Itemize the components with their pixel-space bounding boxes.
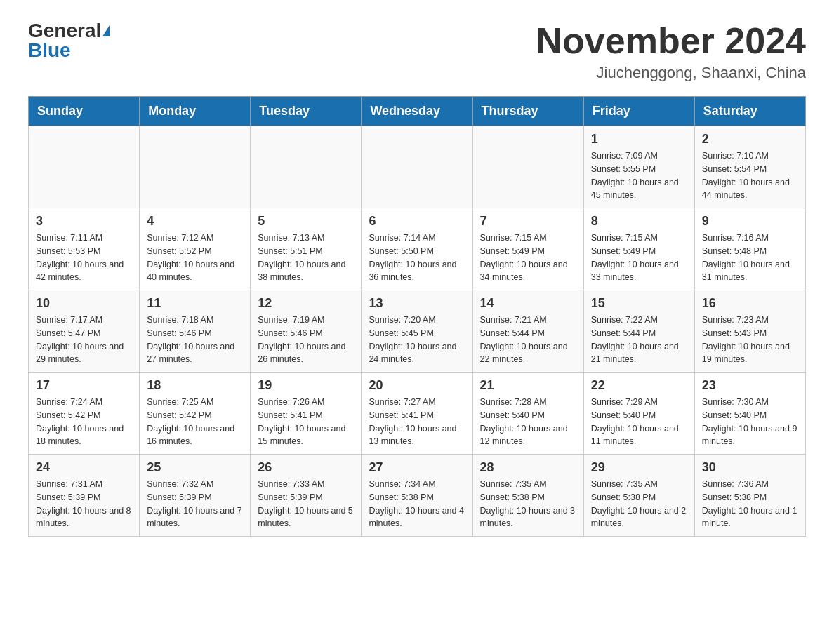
calendar-cell: 26Sunrise: 7:33 AMSunset: 5:39 PMDayligh… (251, 455, 362, 537)
day-number: 8 (591, 214, 687, 229)
logo: General Blue (28, 21, 110, 60)
month-year-title: November 2024 (536, 21, 806, 61)
column-header-saturday: Saturday (694, 97, 805, 126)
day-number: 14 (480, 296, 576, 311)
day-info: Sunrise: 7:14 AMSunset: 5:50 PMDaylight:… (369, 232, 465, 284)
day-number: 30 (702, 460, 798, 475)
calendar-cell: 22Sunrise: 7:29 AMSunset: 5:40 PMDayligh… (583, 373, 694, 455)
day-number: 24 (36, 460, 132, 475)
calendar-cell: 30Sunrise: 7:36 AMSunset: 5:38 PMDayligh… (694, 455, 805, 537)
day-number: 28 (480, 460, 576, 475)
calendar-cell: 20Sunrise: 7:27 AMSunset: 5:41 PMDayligh… (362, 373, 472, 455)
calendar-cell: 14Sunrise: 7:21 AMSunset: 5:44 PMDayligh… (472, 290, 583, 373)
calendar-cell: 6Sunrise: 7:14 AMSunset: 5:50 PMDaylight… (362, 208, 472, 290)
day-number: 29 (591, 460, 687, 475)
calendar-cell: 19Sunrise: 7:26 AMSunset: 5:41 PMDayligh… (251, 373, 362, 455)
day-number: 2 (702, 132, 798, 147)
day-number: 1 (591, 132, 687, 147)
title-area: November 2024 Jiuchenggong, Shaanxi, Chi… (536, 21, 806, 82)
column-header-monday: Monday (140, 97, 251, 126)
day-number: 11 (147, 296, 243, 311)
day-info: Sunrise: 7:32 AMSunset: 5:39 PMDaylight:… (147, 478, 243, 530)
day-number: 26 (258, 460, 354, 475)
calendar-cell (140, 126, 251, 208)
calendar-cell: 18Sunrise: 7:25 AMSunset: 5:42 PMDayligh… (140, 373, 251, 455)
day-info: Sunrise: 7:15 AMSunset: 5:49 PMDaylight:… (591, 232, 687, 284)
day-number: 12 (258, 296, 354, 311)
day-info: Sunrise: 7:13 AMSunset: 5:51 PMDaylight:… (258, 232, 354, 284)
day-info: Sunrise: 7:17 AMSunset: 5:47 PMDaylight:… (36, 314, 132, 366)
day-info: Sunrise: 7:31 AMSunset: 5:39 PMDaylight:… (36, 478, 132, 530)
day-number: 5 (258, 214, 354, 229)
day-number: 21 (480, 378, 576, 393)
column-header-thursday: Thursday (472, 97, 583, 126)
calendar-header-row: SundayMondayTuesdayWednesdayThursdayFrid… (29, 97, 806, 126)
day-number: 20 (369, 378, 465, 393)
calendar-week-row: 1Sunrise: 7:09 AMSunset: 5:55 PMDaylight… (29, 126, 806, 208)
calendar-cell: 10Sunrise: 7:17 AMSunset: 5:47 PMDayligh… (29, 290, 140, 373)
calendar-cell: 8Sunrise: 7:15 AMSunset: 5:49 PMDaylight… (583, 208, 694, 290)
calendar-cell: 2Sunrise: 7:10 AMSunset: 5:54 PMDaylight… (694, 126, 805, 208)
day-number: 15 (591, 296, 687, 311)
day-info: Sunrise: 7:26 AMSunset: 5:41 PMDaylight:… (258, 396, 354, 448)
calendar-cell: 21Sunrise: 7:28 AMSunset: 5:40 PMDayligh… (472, 373, 583, 455)
day-number: 9 (702, 214, 798, 229)
day-info: Sunrise: 7:18 AMSunset: 5:46 PMDaylight:… (147, 314, 243, 366)
calendar-week-row: 24Sunrise: 7:31 AMSunset: 5:39 PMDayligh… (29, 455, 806, 537)
calendar-week-row: 10Sunrise: 7:17 AMSunset: 5:47 PMDayligh… (29, 290, 806, 373)
calendar-cell: 11Sunrise: 7:18 AMSunset: 5:46 PMDayligh… (140, 290, 251, 373)
calendar-table: SundayMondayTuesdayWednesdayThursdayFrid… (28, 96, 806, 537)
calendar-cell: 9Sunrise: 7:16 AMSunset: 5:48 PMDaylight… (694, 208, 805, 290)
day-number: 25 (147, 460, 243, 475)
column-header-wednesday: Wednesday (362, 97, 472, 126)
day-info: Sunrise: 7:22 AMSunset: 5:44 PMDaylight:… (591, 314, 687, 366)
calendar-cell: 23Sunrise: 7:30 AMSunset: 5:40 PMDayligh… (694, 373, 805, 455)
calendar-cell (29, 126, 140, 208)
calendar-week-row: 17Sunrise: 7:24 AMSunset: 5:42 PMDayligh… (29, 373, 806, 455)
logo-triangle-icon (102, 25, 110, 36)
calendar-cell: 25Sunrise: 7:32 AMSunset: 5:39 PMDayligh… (140, 455, 251, 537)
day-info: Sunrise: 7:19 AMSunset: 5:46 PMDaylight:… (258, 314, 354, 366)
calendar-cell: 16Sunrise: 7:23 AMSunset: 5:43 PMDayligh… (694, 290, 805, 373)
calendar-cell: 15Sunrise: 7:22 AMSunset: 5:44 PMDayligh… (583, 290, 694, 373)
location-subtitle: Jiuchenggong, Shaanxi, China (536, 64, 806, 82)
day-info: Sunrise: 7:09 AMSunset: 5:55 PMDaylight:… (591, 149, 687, 202)
calendar-cell: 7Sunrise: 7:15 AMSunset: 5:49 PMDaylight… (472, 208, 583, 290)
day-number: 6 (369, 214, 465, 229)
calendar-cell: 29Sunrise: 7:35 AMSunset: 5:38 PMDayligh… (583, 455, 694, 537)
calendar-cell: 12Sunrise: 7:19 AMSunset: 5:46 PMDayligh… (251, 290, 362, 373)
day-info: Sunrise: 7:29 AMSunset: 5:40 PMDaylight:… (591, 396, 687, 448)
calendar-cell (251, 126, 362, 208)
day-info: Sunrise: 7:27 AMSunset: 5:41 PMDaylight:… (369, 396, 465, 448)
calendar-cell: 4Sunrise: 7:12 AMSunset: 5:52 PMDaylight… (140, 208, 251, 290)
day-info: Sunrise: 7:16 AMSunset: 5:48 PMDaylight:… (702, 232, 798, 284)
calendar-cell (472, 126, 583, 208)
day-number: 3 (36, 214, 132, 229)
day-number: 10 (36, 296, 132, 311)
day-info: Sunrise: 7:20 AMSunset: 5:45 PMDaylight:… (369, 314, 465, 366)
calendar-cell (362, 126, 472, 208)
column-header-friday: Friday (583, 97, 694, 126)
day-number: 19 (258, 378, 354, 393)
day-number: 22 (591, 378, 687, 393)
day-number: 13 (369, 296, 465, 311)
calendar-cell: 27Sunrise: 7:34 AMSunset: 5:38 PMDayligh… (362, 455, 472, 537)
day-info: Sunrise: 7:36 AMSunset: 5:38 PMDaylight:… (702, 478, 798, 530)
calendar-week-row: 3Sunrise: 7:11 AMSunset: 5:53 PMDaylight… (29, 208, 806, 290)
day-number: 23 (702, 378, 798, 393)
column-header-tuesday: Tuesday (251, 97, 362, 126)
day-info: Sunrise: 7:35 AMSunset: 5:38 PMDaylight:… (591, 478, 687, 530)
day-info: Sunrise: 7:11 AMSunset: 5:53 PMDaylight:… (36, 232, 132, 284)
column-header-sunday: Sunday (29, 97, 140, 126)
day-number: 18 (147, 378, 243, 393)
calendar-cell: 17Sunrise: 7:24 AMSunset: 5:42 PMDayligh… (29, 373, 140, 455)
calendar-cell: 24Sunrise: 7:31 AMSunset: 5:39 PMDayligh… (29, 455, 140, 537)
day-info: Sunrise: 7:21 AMSunset: 5:44 PMDaylight:… (480, 314, 576, 366)
day-info: Sunrise: 7:10 AMSunset: 5:54 PMDaylight:… (702, 149, 798, 202)
day-number: 4 (147, 214, 243, 229)
day-number: 17 (36, 378, 132, 393)
calendar-cell: 1Sunrise: 7:09 AMSunset: 5:55 PMDaylight… (583, 126, 694, 208)
day-number: 7 (480, 214, 576, 229)
day-info: Sunrise: 7:33 AMSunset: 5:39 PMDaylight:… (258, 478, 354, 530)
logo-blue-text: Blue (28, 39, 71, 61)
